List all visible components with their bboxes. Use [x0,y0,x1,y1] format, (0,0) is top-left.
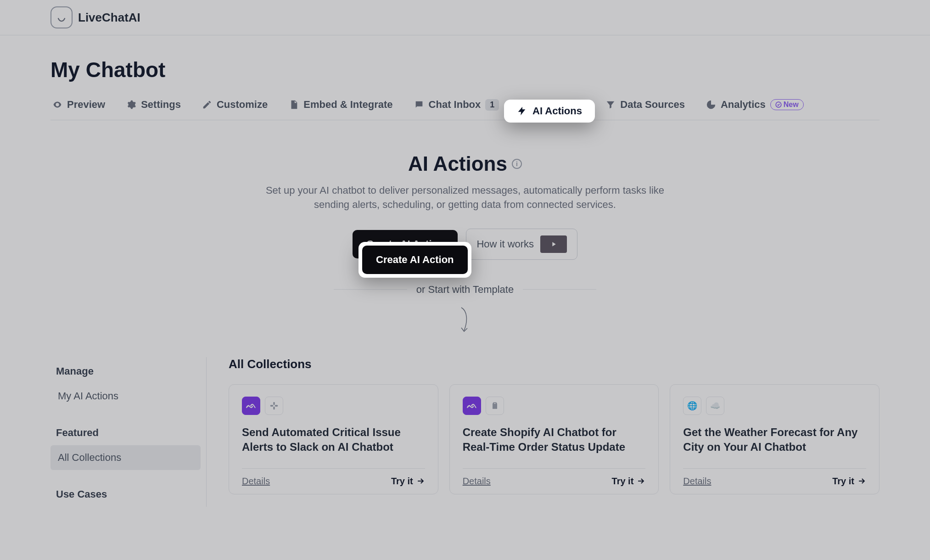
details-link[interactable]: Details [242,476,270,487]
how-it-works-button[interactable]: How it works [466,229,577,260]
curved-arrow-icon [50,307,880,339]
highlight-create-button: Create AI Action [359,242,471,278]
metorik-icon: ᨒ [463,397,481,415]
tab-label: Data Sources [620,99,685,111]
arrow-right-icon [857,476,866,486]
cloud-icon: ☁️ [706,397,724,415]
tab-settings[interactable]: Settings [124,95,183,114]
shopify-icon [486,397,504,415]
template-card: ᨒ Send Automated Critical Issue Alerts t… [229,384,438,494]
pie-chart-icon [706,100,716,110]
tab-customize[interactable]: Customize [200,95,269,114]
globe-icon: 🌐 [683,397,701,415]
hero-description: Set up your AI chatbot to deliver person… [263,184,667,212]
tab-embed[interactable]: Embed & Integrate [287,95,394,114]
template-card: ᨒ Create Shopify AI Chatbot for Real-Tim… [449,384,659,494]
hero-title: AI Actions i [408,152,522,175]
page-title: My Chatbot [50,57,880,82]
sidebar-heading-featured: Featured [56,427,201,439]
sidebar-heading-use-cases: Use Cases [56,488,201,500]
all-collections-title: All Collections [229,357,880,371]
sidebar-item-all-collections[interactable]: All Collections [50,445,201,470]
brand-logo-icon [50,6,73,28]
filter-icon [605,100,616,110]
tab-label: Settings [141,99,181,111]
tab-label: Preview [67,99,105,111]
tab-label: Chat Inbox [429,99,481,111]
arrow-right-icon [416,476,425,486]
tab-bar: Preview Settings Customize Embed & Integ… [50,95,880,120]
video-thumbnail-icon [540,235,567,253]
bolt-icon [517,106,527,116]
check-circle-icon [775,101,782,108]
sidebar-heading-manage: Manage [56,365,201,377]
inbox-count-badge: 1 [485,99,499,111]
brand-name: LiveChatAI [78,11,140,25]
tab-label: Customize [217,99,268,111]
details-link[interactable]: Details [683,476,711,487]
pencil-icon [202,100,212,110]
card-title: Get the Weather Forecast for Any City on… [683,425,866,455]
tab-chat-inbox[interactable]: Chat Inbox 1 [412,95,501,114]
template-divider: or Start with Template [50,284,880,296]
info-icon[interactable]: i [512,159,522,169]
tab-data-sources[interactable]: Data Sources [604,95,687,114]
card-title: Send Automated Critical Issue Alerts to … [242,425,425,455]
details-link[interactable]: Details [463,476,491,487]
create-ai-action-button-highlight[interactable]: Create AI Action [362,246,468,274]
tab-preview[interactable]: Preview [50,95,107,114]
highlight-ai-actions-tab[interactable]: AI Actions [504,100,595,123]
sidebar-item-my-ai-actions[interactable]: My AI Actions [50,384,201,409]
svg-rect-1 [273,402,275,405]
svg-rect-3 [270,405,274,406]
try-it-button[interactable]: Try it [391,476,425,487]
new-badge: New [770,99,804,110]
collections-sidebar: Manage My AI Actions Featured All Collec… [50,357,207,507]
template-card: 🌐 ☁️ Get the Weather Forecast for Any Ci… [670,384,880,494]
tab-label: Embed & Integrate [303,99,392,111]
tab-analytics[interactable]: Analytics New [704,95,806,114]
slack-icon [265,397,283,415]
play-icon [550,241,557,248]
try-it-button[interactable]: Try it [832,476,866,487]
tab-label: Analytics [721,99,766,111]
document-icon [289,100,299,110]
gear-icon [126,100,136,110]
card-title: Create Shopify AI Chatbot for Real-Time … [463,425,646,455]
eye-icon [52,100,62,110]
try-it-button[interactable]: Try it [612,476,646,487]
svg-rect-2 [273,406,275,409]
svg-rect-4 [275,405,278,406]
arrow-right-icon [636,476,645,486]
metorik-icon: ᨒ [242,397,260,415]
chat-icon [414,100,424,110]
how-it-works-label: How it works [476,238,534,250]
